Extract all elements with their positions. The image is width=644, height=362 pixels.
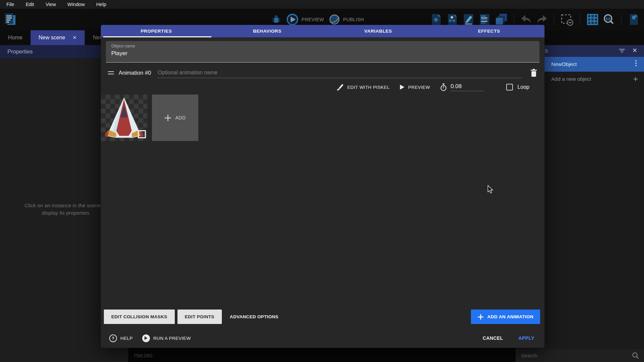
animation-frame-thumbnail[interactable] [101, 95, 147, 141]
svg-text:1:1: 1:1 [606, 17, 610, 21]
cancel-button[interactable]: CANCEL [483, 335, 503, 341]
edit-with-piskel-button[interactable]: EDIT WITH PISKEL [336, 83, 390, 91]
object-editor-dialog: PROPERTIES BEHAVIORS VARIABLES EFFECTS O… [101, 25, 545, 348]
edit-with-piskel-label: EDIT WITH PISKEL [347, 85, 390, 90]
edit-points-button[interactable]: EDIT POINTS [177, 310, 222, 324]
objects-search-bar [516, 349, 644, 362]
tab-variables[interactable]: VARIABLES [323, 25, 434, 37]
plus-icon [478, 314, 484, 320]
delete-selection-icon[interactable] [561, 13, 573, 26]
preview-animation-button[interactable]: PREVIEW [400, 84, 430, 90]
cursor-coordinates: 758;260 [129, 353, 152, 359]
preview-button[interactable]: PREVIEW [286, 13, 324, 26]
plus-icon: + [633, 74, 638, 84]
trash-icon [530, 68, 537, 77]
undo-icon[interactable] [521, 14, 532, 25]
object-name-input[interactable] [111, 50, 534, 57]
properties-empty-message: Click on an instance in the scene to dis… [17, 202, 114, 217]
tab-effects[interactable]: EFFECTS [434, 25, 545, 37]
tab-new-scene[interactable]: New scene ✕ [31, 30, 85, 45]
animation-controls-row: EDIT WITH PISKEL PREVIEW [106, 81, 539, 94]
menu-help[interactable]: Help [90, 0, 112, 9]
expand-frame-icon[interactable] [138, 130, 146, 138]
zoom-1-1-icon[interactable]: 1:1 [603, 13, 615, 26]
dialog-footer: ? HELP RUN A PREVIEW CANCEL APPLY [109, 331, 534, 345]
scene-status-bar: 758;260 [129, 349, 516, 362]
stopwatch-icon [440, 83, 447, 92]
left-panel-footer [0, 349, 129, 362]
toolbar-separator [514, 14, 514, 25]
grid-icon[interactable] [587, 13, 599, 26]
add-an-animation-label: ADD AN ANIMATION [487, 314, 533, 319]
search-input[interactable] [516, 353, 632, 359]
menu-window[interactable]: Window [62, 0, 91, 9]
time-between-frames-input[interactable] [450, 83, 484, 91]
debugger-bug-icon[interactable] [271, 14, 282, 25]
objects-panel-icon[interactable] [430, 13, 442, 26]
preview-animation-label: PREVIEW [408, 85, 430, 90]
help-icon: ? [109, 334, 117, 342]
tab-new-scene-label: New scene [39, 35, 65, 41]
menu-view[interactable]: View [40, 0, 62, 9]
dialog-secondary-actions: EDIT COLLISION MASKS EDIT POINTS ADVANCE… [104, 310, 284, 324]
preview-play-icon [286, 13, 298, 26]
tab-behaviors[interactable]: BEHAVIORS [212, 25, 323, 37]
add-an-animation-button[interactable]: ADD AN ANIMATION [471, 310, 540, 324]
menu-file[interactable]: File [1, 0, 20, 9]
object-name-field[interactable]: Object name [106, 41, 539, 63]
loop-checkbox[interactable] [506, 84, 513, 90]
plus-icon [164, 114, 171, 121]
brush-icon [336, 83, 344, 91]
delete-animation-button[interactable] [528, 68, 539, 78]
menu-edit[interactable]: Edit [20, 0, 40, 9]
help-button[interactable]: ? HELP [109, 334, 133, 342]
layers-icon[interactable] [495, 13, 508, 26]
run-a-preview-label: RUN A PREVIEW [153, 336, 191, 341]
animation-name-input[interactable] [157, 68, 521, 78]
toolbar-separator [580, 14, 580, 25]
help-label: HELP [120, 336, 133, 341]
dialog-tab-bar: PROPERTIES BEHAVIORS VARIABLES EFFECTS [101, 25, 545, 37]
animation-header-row: Animation #0 [106, 66, 539, 80]
tab-close-icon[interactable]: ✕ [73, 35, 77, 41]
gdevelop-window: File Edit View Window Help [0, 0, 644, 362]
play-icon [400, 84, 405, 90]
close-panel-icon[interactable]: ✕ [632, 47, 637, 54]
preview-label: PREVIEW [301, 17, 324, 22]
animation-title: Animation #0 [119, 70, 151, 76]
kebab-menu-icon[interactable] [635, 60, 637, 66]
filter-icon[interactable] [619, 48, 625, 53]
setup-grid-wrench-icon[interactable] [628, 13, 640, 26]
publish-label: PUBLISH [343, 17, 364, 22]
tab-properties[interactable]: PROPERTIES [101, 25, 212, 37]
add-frame-label: ADD [175, 115, 186, 120]
add-frame-button[interactable]: ADD [152, 95, 198, 141]
advanced-options-button[interactable]: ADVANCED OPTIONS [225, 310, 284, 324]
properties-pencil-icon[interactable] [462, 13, 475, 26]
apply-button[interactable]: APPLY [519, 335, 534, 341]
object-name-field-label: Object name [111, 44, 534, 48]
properties-panel-title: Properties [7, 48, 33, 55]
edit-collision-masks-button[interactable]: EDIT COLLISION MASKS [104, 310, 175, 324]
toolbar-separator [554, 14, 554, 25]
time-between-frames-field [440, 83, 484, 92]
run-preview-play-icon [142, 334, 150, 342]
toolbar-separator [621, 14, 621, 25]
app-pages-icon[interactable] [3, 12, 17, 27]
publish-button[interactable]: PUBLISH [329, 14, 364, 25]
loop-label: Loop [517, 84, 529, 90]
add-new-object-label: Add a new object [551, 76, 591, 82]
object-name-label: NewObject [551, 61, 577, 67]
loop-option: Loop [506, 84, 529, 90]
publish-globe-icon [329, 14, 340, 25]
tab-home-label: Home [8, 35, 23, 41]
tab-home[interactable]: Home [0, 30, 31, 45]
instances-list-icon[interactable] [479, 13, 491, 26]
search-icon [632, 352, 644, 359]
drag-handle-icon[interactable] [108, 71, 114, 74]
menu-bar: File Edit View Window Help [0, 0, 644, 9]
redo-icon[interactable] [536, 14, 548, 25]
run-a-preview-button[interactable]: RUN A PREVIEW [142, 334, 191, 342]
object-groups-icon[interactable] [446, 13, 458, 26]
